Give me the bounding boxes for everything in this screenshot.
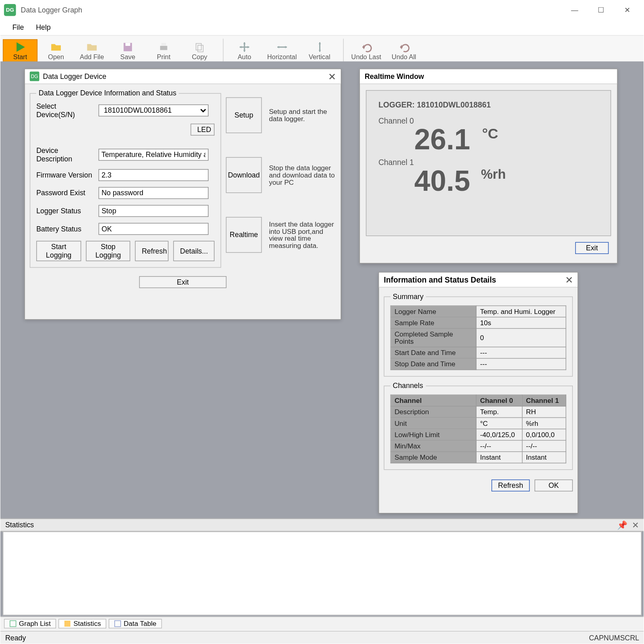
status-field[interactable] bbox=[99, 205, 208, 217]
tab-data-table[interactable]: Data Table bbox=[109, 619, 162, 629]
device-exit-button[interactable]: Exit bbox=[139, 276, 227, 288]
menu-help[interactable]: Help bbox=[30, 22, 56, 33]
tool-undoall[interactable]: Undo All bbox=[386, 39, 421, 62]
svg-rect-6 bbox=[198, 45, 203, 52]
info-refresh-button[interactable]: Refresh bbox=[491, 479, 530, 491]
tool-addfile[interactable]: Add File bbox=[74, 39, 109, 62]
table-row: Sample ModeInstantInstant bbox=[391, 452, 566, 463]
fw-field[interactable] bbox=[99, 169, 208, 181]
undo-all-icon bbox=[397, 41, 411, 53]
undo-icon bbox=[360, 41, 373, 53]
minimize-button[interactable]: — bbox=[561, 1, 588, 19]
folder-plus-icon bbox=[85, 41, 99, 53]
menu-file[interactable]: File bbox=[6, 22, 30, 33]
save-icon bbox=[121, 41, 134, 53]
app-title: Data Logger Graph bbox=[21, 6, 83, 14]
channel1-unit: %rh bbox=[481, 167, 506, 182]
table-row: Logger NameTemp. and Humi. Logger bbox=[391, 306, 566, 317]
channel1-value: 40.5 bbox=[414, 167, 470, 195]
copy-icon bbox=[193, 41, 206, 53]
table-row: DescriptionTemp.RH bbox=[391, 406, 566, 417]
device-select[interactable]: 181010DWL0018861 bbox=[99, 105, 208, 117]
move-icon bbox=[238, 41, 251, 53]
pw-label: Password Exist bbox=[36, 189, 94, 197]
pin-icon[interactable]: 📌 bbox=[617, 520, 627, 530]
menubar: File Help bbox=[0, 20, 644, 36]
table-row: Unit°C%rh bbox=[391, 417, 566, 429]
setup-button[interactable]: Setup bbox=[226, 97, 262, 133]
print-icon bbox=[157, 41, 170, 53]
table-icon bbox=[64, 620, 71, 627]
table-row: Completed Sample Points0 bbox=[391, 328, 566, 347]
tool-undolast[interactable]: Undo Last bbox=[347, 39, 385, 62]
channel0-unit: °C bbox=[482, 126, 498, 142]
table-row: Min/Max--/----/-- bbox=[391, 440, 566, 452]
realtime-logger-label: LOGGER: 181010DWL0018861 bbox=[378, 100, 599, 109]
tool-print[interactable]: Print bbox=[147, 39, 181, 62]
info-panel: Information and Status Details ✕ Summary… bbox=[378, 272, 578, 514]
tool-copy[interactable]: Copy bbox=[182, 39, 217, 62]
statistics-body bbox=[3, 532, 642, 615]
svg-marker-0 bbox=[17, 42, 25, 52]
svg-rect-8 bbox=[64, 621, 70, 627]
device-panel-title: DG Data Logger Device ✕ bbox=[25, 69, 341, 84]
batt-label: Battery Status bbox=[36, 225, 94, 233]
close-icon[interactable]: ✕ bbox=[565, 274, 573, 285]
summary-table: Logger NameTemp. and Humi. Logger Sample… bbox=[390, 305, 566, 370]
svg-rect-4 bbox=[161, 43, 166, 46]
tool-save[interactable]: Save bbox=[110, 39, 145, 62]
refresh-button[interactable]: Refresh bbox=[135, 241, 169, 261]
status-label: Logger Status bbox=[36, 207, 94, 215]
tool-horizontal[interactable]: Horizontal bbox=[263, 39, 301, 62]
details-button[interactable]: Details... bbox=[173, 241, 215, 261]
tool-open[interactable]: Open bbox=[39, 39, 73, 62]
device-desc-field[interactable] bbox=[99, 149, 208, 161]
tab-graph-list[interactable]: Graph List bbox=[4, 619, 56, 629]
app-icon: DG bbox=[4, 4, 16, 16]
svg-rect-7 bbox=[10, 621, 16, 627]
channel1-label: Channel 1 bbox=[378, 158, 599, 167]
info-ok-button[interactable]: OK bbox=[535, 479, 573, 491]
close-icon[interactable]: ✕ bbox=[328, 71, 336, 82]
titlebar: DG Data Logger Graph — ☐ ✕ bbox=[0, 0, 644, 20]
list-icon bbox=[9, 620, 17, 627]
device-panel: DG Data Logger Device ✕ Data Logger Devi… bbox=[24, 68, 341, 320]
fw-label: Firmware Version bbox=[36, 171, 94, 180]
svg-rect-3 bbox=[160, 46, 167, 50]
app-icon: DG bbox=[30, 72, 39, 81]
statistics-header: Statistics 📌 ✕ bbox=[0, 518, 644, 532]
tool-auto[interactable]: Auto bbox=[227, 39, 262, 62]
num-indicator: NUM bbox=[604, 634, 620, 642]
info-title: Information and Status Details ✕ bbox=[379, 272, 578, 287]
channels-group: Channels ChannelChannel 0Channel 1 Descr… bbox=[384, 382, 573, 470]
start-logging-button[interactable]: Start Logging bbox=[36, 241, 81, 261]
close-icon[interactable]: ✕ bbox=[632, 520, 639, 530]
realtime-button[interactable]: Realtime bbox=[226, 217, 262, 253]
pw-field[interactable] bbox=[99, 187, 208, 199]
stop-logging-button[interactable]: Stop Logging bbox=[86, 241, 130, 261]
realtime-exit-button[interactable]: Exit bbox=[575, 242, 609, 254]
workspace: DG Data Logger Device ✕ Data Logger Devi… bbox=[0, 62, 644, 621]
svg-rect-2 bbox=[126, 43, 130, 46]
tool-vertical[interactable]: Vertical bbox=[302, 39, 337, 62]
grid-icon bbox=[114, 620, 121, 627]
close-button[interactable]: ✕ bbox=[614, 1, 640, 19]
led-button[interactable]: LED bbox=[191, 124, 215, 136]
svg-rect-5 bbox=[196, 43, 201, 50]
scrl-indicator: SCRL bbox=[620, 634, 639, 642]
bottom-tabs: Graph List Statistics Data Table bbox=[0, 617, 644, 630]
cap-indicator: CAP bbox=[589, 634, 604, 642]
realtime-content: LOGGER: 181010DWL0018861 Channel 0 26.1 … bbox=[366, 90, 611, 236]
realtime-desc: Insert the data logger into USB port,and… bbox=[269, 221, 334, 249]
batt-field[interactable] bbox=[99, 223, 208, 235]
tool-start[interactable]: Start bbox=[3, 39, 37, 62]
download-desc: Stop the data logger and download data t… bbox=[269, 164, 334, 186]
maximize-button[interactable]: ☐ bbox=[588, 1, 614, 19]
realtime-title: Realtime Window bbox=[360, 69, 617, 84]
status-bar: Ready CAP NUM SCRL bbox=[0, 631, 644, 644]
device-desc-label: Device Description bbox=[36, 147, 94, 163]
table-header: ChannelChannel 0Channel 1 bbox=[391, 395, 566, 406]
setup-desc: Setup and start the data logger. bbox=[269, 108, 334, 122]
download-button[interactable]: Download bbox=[226, 157, 262, 193]
tab-statistics[interactable]: Statistics bbox=[58, 619, 106, 629]
